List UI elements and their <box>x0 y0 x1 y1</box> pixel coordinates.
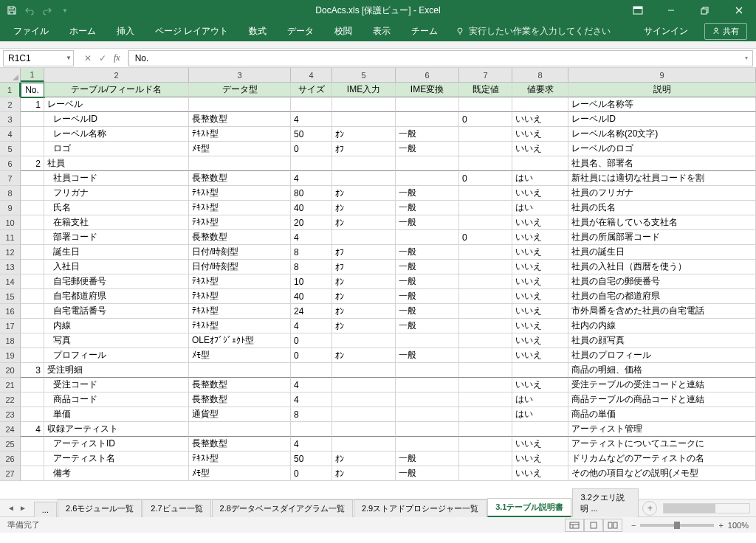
cell[interactable]: 商品の明細、価格 <box>568 363 756 378</box>
cell[interactable] <box>459 186 512 201</box>
cell[interactable]: はい <box>512 201 568 215</box>
cell[interactable]: レーベル <box>44 97 189 112</box>
cell[interactable] <box>459 348 512 363</box>
tab-team[interactable]: チーム <box>401 21 448 41</box>
cell[interactable]: 長整数型 <box>189 112 291 127</box>
cell[interactable]: ﾒﾓ型 <box>189 348 291 363</box>
cell[interactable]: いいえ <box>512 466 568 481</box>
row-header[interactable]: 2 <box>0 97 21 112</box>
cell[interactable]: 長整数型 <box>189 230 291 245</box>
cell[interactable] <box>459 142 512 156</box>
row-header[interactable]: 21 <box>0 378 21 392</box>
cell[interactable]: いいえ <box>512 230 568 245</box>
cell[interactable] <box>21 348 44 363</box>
zoom-slider[interactable] <box>640 524 714 527</box>
cell-header[interactable]: 説明 <box>568 83 756 97</box>
cell[interactable]: いいえ <box>512 142 568 156</box>
col-header[interactable]: 9 <box>568 68 756 82</box>
cell[interactable]: 4 <box>291 319 332 333</box>
cell[interactable] <box>396 407 459 422</box>
cell[interactable] <box>21 466 44 481</box>
cell[interactable]: 24 <box>291 304 332 319</box>
col-header[interactable]: 5 <box>332 68 396 82</box>
cell[interactable] <box>21 304 44 319</box>
cell[interactable]: ｵﾝ <box>332 289 396 304</box>
cell[interactable]: ﾃｷｽﾄ型 <box>189 201 291 215</box>
restore-button[interactable] <box>688 0 722 21</box>
cell[interactable] <box>512 422 568 437</box>
cell[interactable]: 社内の内線 <box>568 319 756 333</box>
cell[interactable] <box>459 378 512 392</box>
name-box[interactable]: R1C1 ▼ <box>3 50 74 66</box>
page-break-view-icon[interactable] <box>603 519 622 532</box>
cell[interactable] <box>396 230 459 245</box>
cell[interactable]: いいえ <box>512 186 568 201</box>
cell[interactable]: ﾃｷｽﾄ型 <box>189 186 291 201</box>
cell[interactable]: 商品の単価 <box>568 407 756 422</box>
row-header[interactable]: 27 <box>0 466 21 481</box>
cell[interactable] <box>459 392 512 407</box>
cell[interactable]: いいえ <box>512 319 568 333</box>
cell[interactable]: 8 <box>291 407 332 422</box>
row-header[interactable]: 11 <box>0 230 21 245</box>
cell[interactable] <box>459 260 512 274</box>
cell[interactable] <box>189 97 291 112</box>
cell[interactable]: 長整数型 <box>189 378 291 392</box>
tab-review[interactable]: 校閲 <box>324 21 362 41</box>
cell[interactable]: レーベルID <box>568 112 756 127</box>
cell[interactable]: 4 <box>291 437 332 452</box>
cell[interactable]: ﾃｷｽﾄ型 <box>189 127 291 142</box>
cell[interactable]: いいえ <box>512 437 568 452</box>
row-header[interactable]: 1 <box>0 83 21 97</box>
cell[interactable]: ｵﾝ <box>332 127 396 142</box>
cell[interactable]: 社員の自宅の郵便番号 <box>568 274 756 289</box>
cell[interactable]: 社員の氏名 <box>568 201 756 215</box>
cell[interactable] <box>21 378 44 392</box>
close-button[interactable] <box>722 0 756 21</box>
cell[interactable] <box>459 127 512 142</box>
cell[interactable]: 写真 <box>44 333 189 348</box>
cell[interactable] <box>459 97 512 112</box>
cell[interactable]: 日付/時刻型 <box>189 260 291 274</box>
cell[interactable]: いいえ <box>512 245 568 260</box>
enter-icon[interactable]: ✓ <box>99 53 106 63</box>
cell[interactable]: 1 <box>21 97 44 112</box>
cell[interactable] <box>332 422 396 437</box>
row-header[interactable]: 26 <box>0 452 21 466</box>
cell[interactable] <box>332 378 396 392</box>
cell[interactable] <box>459 304 512 319</box>
col-header[interactable]: 6 <box>396 68 459 82</box>
cell[interactable]: 社員名、部署名 <box>568 156 756 171</box>
sheet-tab[interactable]: 2.8データベースダイアグラム一覧 <box>212 499 353 517</box>
cell[interactable]: はい <box>512 171 568 186</box>
cell[interactable]: 8 <box>291 260 332 274</box>
cell[interactable]: 一般 <box>396 274 459 289</box>
qat-dropdown-icon[interactable]: ▼ <box>59 4 71 16</box>
cell[interactable]: 80 <box>291 186 332 201</box>
cell[interactable]: レーベルのロゴ <box>568 142 756 156</box>
zoom-out-button[interactable]: − <box>631 521 636 530</box>
tab-formulas[interactable]: 数式 <box>238 21 277 41</box>
cell-header[interactable]: テーブル/フィールド名 <box>44 83 189 97</box>
cell[interactable]: プロフィール <box>44 348 189 363</box>
cell[interactable]: 自宅都道府県 <box>44 289 189 304</box>
save-icon[interactable] <box>6 4 18 16</box>
cell[interactable]: ﾃｷｽﾄ型 <box>189 319 291 333</box>
cell[interactable]: 20 <box>291 215 332 230</box>
cell[interactable]: 50 <box>291 452 332 466</box>
cell-header[interactable]: 既定値 <box>459 83 512 97</box>
cell[interactable]: 一般 <box>396 245 459 260</box>
cell[interactable]: いいえ <box>512 215 568 230</box>
page-layout-view-icon[interactable] <box>584 519 603 532</box>
cell[interactable]: いいえ <box>512 274 568 289</box>
cell[interactable] <box>291 156 332 171</box>
sheet-tab[interactable]: 3.1テーブル説明書 <box>487 498 571 517</box>
cell[interactable] <box>459 363 512 378</box>
row-header[interactable]: 16 <box>0 304 21 319</box>
cell[interactable]: ﾃｷｽﾄ型 <box>189 289 291 304</box>
cell[interactable]: 商品コード <box>44 392 189 407</box>
cell[interactable] <box>396 171 459 186</box>
cell[interactable]: 3 <box>21 363 44 378</box>
cell[interactable]: ｵﾝ <box>332 348 396 363</box>
cell[interactable]: OLEｵﾌﾞｼﾞｪｸﾄ型 <box>189 333 291 348</box>
